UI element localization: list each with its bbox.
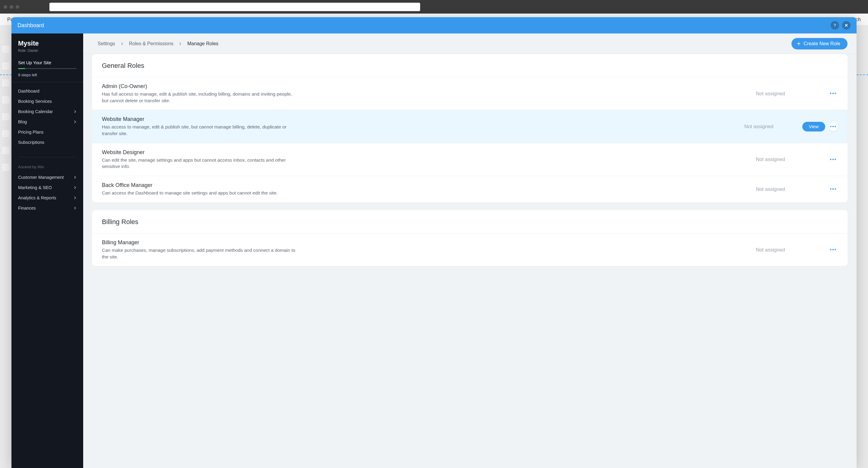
traffic-light-minimize[interactable] (10, 5, 13, 9)
browser-chrome (0, 0, 868, 13)
traffic-light-close[interactable] (4, 5, 7, 9)
traffic-light-zoom[interactable] (16, 5, 19, 9)
url-bar[interactable] (50, 3, 420, 11)
window-controls (4, 5, 19, 9)
